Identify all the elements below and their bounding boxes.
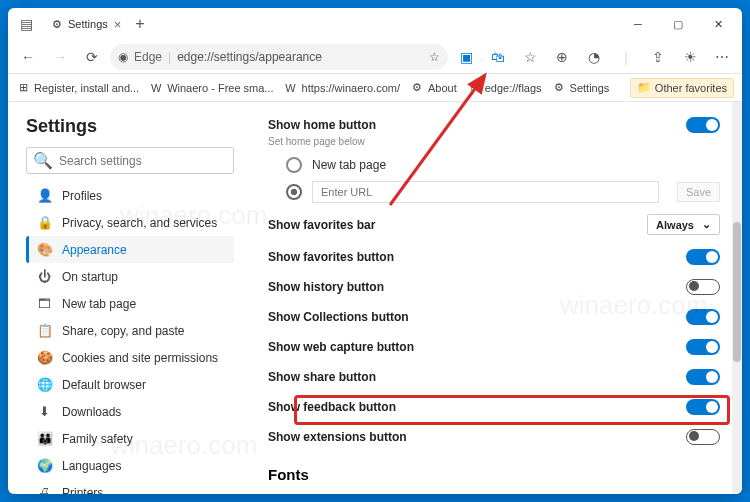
bookmark-item[interactable]: ⊞Register, install and... — [16, 81, 139, 95]
bookmarks-bar: ⊞Register, install and...WWinaero - Free… — [8, 74, 742, 102]
show-home-subtext: Set home page below — [268, 136, 720, 147]
scrollbar-thumb[interactable] — [733, 222, 741, 362]
toggle[interactable] — [686, 249, 720, 265]
sidebar-item-default-browser[interactable]: 🌐Default browser — [26, 371, 234, 398]
back-button[interactable]: ← — [14, 43, 42, 71]
titlebar: ▤ ⚙ Settings × + ─ ▢ ✕ — [8, 8, 742, 40]
setting-label: Show favorites button — [268, 250, 394, 264]
bookmark-item[interactable]: Whttps://winaero.com/ — [284, 81, 400, 95]
scrollbar[interactable] — [732, 102, 742, 494]
bookmark-item[interactable]: WWinaero - Free sma... — [149, 81, 273, 95]
fonts-section-title: Fonts — [268, 466, 720, 483]
bookmark-item[interactable]: ⚙Settings — [552, 81, 610, 95]
settings-sidebar: Settings 🔍 👤Profiles🔒Privacy, search, an… — [8, 102, 238, 494]
setting-show-favorites-button: Show favorites button — [268, 242, 720, 272]
browser-tab[interactable]: ⚙ Settings × — [44, 10, 129, 38]
nav-icon: ⏻ — [37, 269, 52, 284]
bookmark-item[interactable]: ⚙About — [410, 81, 457, 95]
search-settings-input[interactable]: 🔍 — [26, 147, 234, 174]
nav-icon: 🎨 — [37, 242, 52, 257]
home-url-input[interactable] — [312, 181, 659, 203]
sidebar-item-on-startup[interactable]: ⏻On startup — [26, 263, 234, 290]
sidebar-item-languages[interactable]: 🌍Languages — [26, 452, 234, 479]
setting-show-extensions-button: Show extensions button — [268, 422, 720, 452]
share-icon[interactable]: ⇪ — [644, 43, 672, 71]
sidebar-item-appearance[interactable]: 🎨Appearance — [26, 236, 234, 263]
address-url: edge://settings/appearance — [177, 50, 423, 64]
setting-label: Show web capture button — [268, 340, 414, 354]
profile-icon[interactable]: ☀ — [676, 43, 704, 71]
nav-icon: 👤 — [37, 188, 52, 203]
menu-button[interactable]: ⋯ — [708, 43, 736, 71]
nav-label: Default browser — [62, 378, 146, 392]
folder-icon: 📁 — [637, 81, 651, 95]
setting-label: Show extensions button — [268, 430, 407, 444]
ext-icon-1[interactable]: ▣ — [452, 43, 480, 71]
show-home-toggle[interactable] — [686, 117, 720, 133]
address-bar[interactable]: ◉ Edge | edge://settings/appearance ☆ — [110, 44, 448, 70]
home-radio-url[interactable]: Save — [268, 177, 720, 207]
close-tab-icon[interactable]: × — [114, 17, 122, 32]
toolbar-sep: | — [612, 43, 640, 71]
radio-icon — [286, 184, 302, 200]
toggle[interactable] — [686, 429, 720, 445]
collections-icon[interactable]: ⊕ — [548, 43, 576, 71]
bookmark-label: Settings — [570, 82, 610, 94]
show-home-label: Show home button — [268, 118, 376, 132]
new-tab-button[interactable]: + — [135, 15, 144, 33]
home-radio-newtab[interactable]: New tab page — [268, 153, 720, 177]
refresh-button[interactable]: ⟳ — [78, 43, 106, 71]
sidebar-item-printers[interactable]: 🖨Printers — [26, 479, 234, 494]
setting-show-collections-button: Show Collections button — [268, 302, 720, 332]
setting-label: Show history button — [268, 280, 384, 294]
other-favorites[interactable]: 📁Other favorites — [630, 78, 734, 98]
sidebar-item-new-tab-page[interactable]: 🗔New tab page — [26, 290, 234, 317]
toggle[interactable] — [686, 279, 720, 295]
nav-label: Appearance — [62, 243, 127, 257]
sidebar-item-cookies-and-site-permissions[interactable]: 🍪Cookies and site permissions — [26, 344, 234, 371]
settings-main: Show home button Set home page below New… — [238, 102, 742, 494]
nav-icon: 🗔 — [37, 296, 52, 311]
search-field[interactable] — [59, 154, 227, 168]
nav-icon: 🌍 — [37, 458, 52, 473]
bookmark-item[interactable]: ⚑edge://flags — [467, 81, 542, 95]
tab-actions-icon[interactable]: ▤ — [12, 10, 40, 38]
setting-show-share-button: Show share button — [268, 362, 720, 392]
bookmark-label: https://winaero.com/ — [302, 82, 400, 94]
favorites-icon[interactable]: ☆ — [516, 43, 544, 71]
minimize-button[interactable]: ─ — [618, 8, 658, 40]
gear-icon: ⚙ — [52, 18, 62, 31]
sidebar-item-profiles[interactable]: 👤Profiles — [26, 182, 234, 209]
read-aloud-icon[interactable]: ☆ — [429, 50, 440, 64]
sidebar-item-family-safety[interactable]: 👪Family safety — [26, 425, 234, 452]
nav-label: Downloads — [62, 405, 121, 419]
setting-show-history-button: Show history button — [268, 272, 720, 302]
toggle[interactable] — [686, 339, 720, 355]
maximize-button[interactable]: ▢ — [658, 8, 698, 40]
dropdown[interactable]: Always⌄ — [647, 214, 720, 235]
close-window-button[interactable]: ✕ — [698, 8, 738, 40]
nav-icon: 👪 — [37, 431, 52, 446]
chevron-down-icon: ⌄ — [702, 218, 711, 231]
nav-icon: 🔒 — [37, 215, 52, 230]
toolbar: ← → ⟳ ◉ Edge | edge://settings/appearanc… — [8, 40, 742, 74]
nav-label: On startup — [62, 270, 118, 284]
nav-icon: ⬇ — [37, 404, 52, 419]
bookmark-label: Winaero - Free sma... — [167, 82, 273, 94]
ext-icon-2[interactable]: 🛍 — [484, 43, 512, 71]
radio-icon — [286, 157, 302, 173]
sidebar-item-downloads[interactable]: ⬇Downloads — [26, 398, 234, 425]
toggle[interactable] — [686, 309, 720, 325]
address-scheme: Edge — [134, 50, 162, 64]
toggle[interactable] — [686, 399, 720, 415]
sidebar-item-privacy-search-and-services[interactable]: 🔒Privacy, search, and services — [26, 209, 234, 236]
setting-show-favorites-bar: Show favorites barAlways⌄ — [268, 207, 720, 242]
setting-label: Show share button — [268, 370, 376, 384]
toggle[interactable] — [686, 369, 720, 385]
forward-button: → — [46, 43, 74, 71]
bookmark-icon: ⊞ — [16, 81, 30, 95]
sidebar-item-share-copy-and-paste[interactable]: 📋Share, copy, and paste — [26, 317, 234, 344]
history-icon[interactable]: ◔ — [580, 43, 608, 71]
bookmark-icon: ⚙ — [410, 81, 424, 95]
tab-title: Settings — [68, 18, 108, 30]
